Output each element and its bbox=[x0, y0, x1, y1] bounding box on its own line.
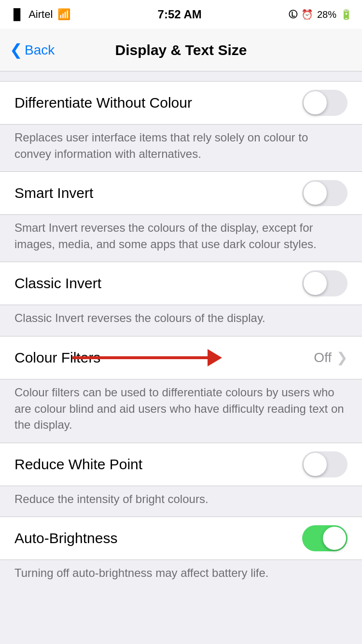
classic-invert-row[interactable]: Classic Invert bbox=[0, 262, 362, 305]
smart-invert-label: Smart Invert bbox=[14, 185, 93, 201]
differentiate-toggle[interactable] bbox=[302, 90, 348, 116]
back-button[interactable]: ❮ Back bbox=[0, 42, 64, 58]
toggle-thumb bbox=[323, 527, 346, 550]
reduce-white-group: Reduce White Point bbox=[0, 443, 362, 486]
section-reduce-white: Reduce White Point Reduce the intensity … bbox=[0, 443, 362, 517]
nav-bar: ❮ Back Display & Text Size bbox=[0, 29, 362, 71]
page-title: Display & Text Size bbox=[115, 42, 247, 58]
section-smart-invert: Smart Invert Smart Invert reverses the c… bbox=[0, 171, 362, 262]
toggle-thumb bbox=[304, 182, 327, 205]
classic-invert-group: Classic Invert bbox=[0, 262, 362, 305]
smart-invert-row[interactable]: Smart Invert bbox=[0, 172, 362, 214]
section-classic-invert: Classic Invert Classic Invert reverses t… bbox=[0, 262, 362, 336]
location-icon: Ⓛ bbox=[289, 9, 297, 20]
colour-filters-value-area: Off ❯ bbox=[314, 350, 348, 365]
differentiate-toggle-area bbox=[302, 90, 348, 116]
differentiate-row[interactable]: Differentiate Without Colour bbox=[0, 82, 362, 124]
smart-invert-toggle-area bbox=[302, 180, 348, 206]
colour-filters-value: Off bbox=[314, 350, 332, 365]
reduce-white-description: Reduce the intensity of bright colours. bbox=[14, 492, 209, 505]
toggle-thumb bbox=[304, 91, 327, 114]
battery-icon: 🔋 bbox=[340, 9, 352, 20]
differentiate-group: Differentiate Without Colour bbox=[0, 81, 362, 125]
auto-brightness-row[interactable]: Auto-Brightness bbox=[0, 517, 362, 560]
auto-brightness-group: Auto-Brightness bbox=[0, 517, 362, 560]
section-colour-filters: Colour Filters Off ❯ Colour filters can … bbox=[0, 336, 362, 443]
status-left: ▐▌ Airtel 📶 bbox=[10, 8, 70, 21]
colour-filters-footer: Colour filters can be used to differenti… bbox=[0, 379, 362, 443]
top-spacer bbox=[0, 71, 362, 81]
status-time: 7:52 AM bbox=[158, 8, 202, 21]
chevron-right-icon: ❯ bbox=[336, 350, 348, 365]
battery-percent: 28% bbox=[317, 9, 336, 20]
classic-invert-footer: Classic Invert reverses the colours of t… bbox=[0, 305, 362, 336]
colour-filters-description: Colour filters can be used to differenti… bbox=[14, 386, 344, 431]
reduce-white-row[interactable]: Reduce White Point bbox=[0, 443, 362, 486]
wifi-icon: 📶 bbox=[57, 8, 70, 21]
reduce-white-toggle-area bbox=[302, 451, 348, 477]
status-bar: ▐▌ Airtel 📶 7:52 AM Ⓛ ⏰ 28% 🔋 bbox=[0, 0, 362, 29]
alarm-icon: ⏰ bbox=[301, 9, 313, 20]
differentiate-label: Differentiate Without Colour bbox=[14, 95, 192, 111]
classic-invert-toggle-area bbox=[302, 270, 348, 296]
status-right: Ⓛ ⏰ 28% 🔋 bbox=[289, 9, 352, 20]
toggle-thumb bbox=[304, 453, 327, 476]
smart-invert-footer: Smart Invert reverses the colours of the… bbox=[0, 215, 362, 262]
auto-brightness-label: Auto-Brightness bbox=[14, 530, 117, 546]
carrier-label: Airtel bbox=[28, 8, 53, 21]
smart-invert-toggle[interactable] bbox=[302, 180, 348, 206]
differentiate-footer: Replaces user interface items that rely … bbox=[0, 125, 362, 171]
signal-icon: ▐▌ bbox=[10, 8, 24, 21]
section-differentiate: Differentiate Without Colour Replaces us… bbox=[0, 81, 362, 171]
smart-invert-group: Smart Invert bbox=[0, 171, 362, 215]
reduce-white-label: Reduce White Point bbox=[14, 456, 142, 473]
classic-invert-label: Classic Invert bbox=[14, 275, 101, 292]
classic-invert-description: Classic Invert reverses the colours of t… bbox=[14, 311, 265, 324]
auto-brightness-footer: Turning off auto-brightness may affect b… bbox=[0, 560, 362, 591]
colour-filters-row[interactable]: Colour Filters Off ❯ bbox=[0, 336, 362, 379]
section-auto-brightness: Auto-Brightness Turning off auto-brightn… bbox=[0, 517, 362, 591]
smart-invert-description: Smart Invert reverses the colours of the… bbox=[14, 221, 317, 251]
content: Differentiate Without Colour Replaces us… bbox=[0, 71, 362, 591]
arrow-head bbox=[208, 349, 222, 366]
colour-filters-label: Colour Filters bbox=[14, 350, 100, 366]
toggle-thumb bbox=[304, 272, 327, 295]
reduce-white-toggle[interactable] bbox=[302, 451, 348, 477]
differentiate-description: Replaces user interface items that rely … bbox=[14, 131, 308, 160]
back-label: Back bbox=[25, 42, 55, 58]
auto-brightness-description: Turning off auto-brightness may affect b… bbox=[14, 566, 269, 579]
auto-brightness-toggle[interactable] bbox=[302, 525, 348, 551]
reduce-white-footer: Reduce the intensity of bright colours. bbox=[0, 486, 362, 517]
back-chevron-icon: ❮ bbox=[10, 42, 23, 57]
colour-filters-wrapper: Colour Filters Off ❯ bbox=[0, 336, 362, 379]
classic-invert-toggle[interactable] bbox=[302, 270, 348, 296]
auto-brightness-toggle-area bbox=[302, 525, 348, 551]
